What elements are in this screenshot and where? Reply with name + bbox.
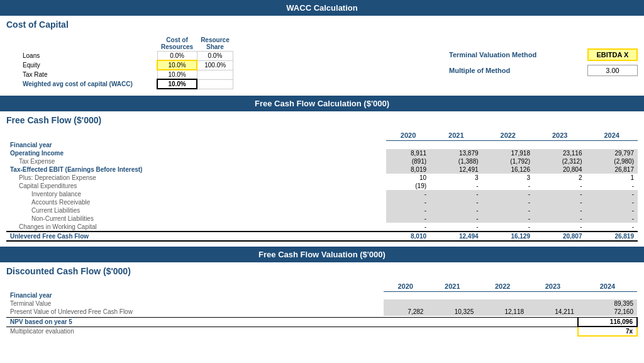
- wacc-table: Cost of Resources Resource Share Loans 0…: [19, 36, 233, 89]
- dcf-val-5-2: [477, 327, 528, 336]
- fcf-val-8-2: -: [482, 206, 534, 215]
- dcf-val-5-3: [528, 327, 578, 336]
- col-resource-share: Resource Share: [197, 36, 233, 52]
- dcf-val-2-0: 7,282: [384, 308, 427, 316]
- fcf-val-1-3: 23,116: [534, 149, 586, 157]
- fcf-val-11-0: 8,010: [386, 232, 430, 241]
- dcf-label-1: Terminal Value: [6, 299, 384, 308]
- fcf-val-11-1: 12,494: [430, 232, 482, 241]
- fcf-val-1-1: 13,879: [430, 149, 482, 157]
- dcf-table: 20202021202220232024 Financial yearTermi…: [6, 281, 638, 337]
- fcf-val-2-2: (1,792): [482, 157, 534, 165]
- fcf-val-10-3: -: [534, 223, 586, 232]
- fcf-year-2023: 2023: [534, 130, 586, 141]
- fcf-label-6: Inventory balance: [6, 190, 386, 198]
- dcf-val-0-2: [477, 291, 528, 299]
- fcf-val-5-0: (19): [386, 182, 430, 190]
- fcf-val-9-0: -: [386, 215, 430, 223]
- fcf-val-3-0: 8,019: [386, 165, 430, 174]
- fcf-val-2-3: (2,312): [534, 157, 586, 165]
- col-cost-resources: Cost of Resources: [157, 36, 197, 52]
- fcf-val-1-4: 29,797: [586, 149, 638, 157]
- wacc-header: WACC Calculation: [0, 0, 644, 16]
- dcf-val-1-4: 89,395: [578, 299, 637, 308]
- fcf-label-3: Tax-Effected EBIT (Earnings Before Inter…: [6, 165, 386, 174]
- fcf-val-7-1: -: [430, 198, 482, 206]
- fcf-val-8-1: -: [430, 206, 482, 215]
- dcf-val-4-1: [427, 318, 477, 327]
- fcf-val-7-3: -: [534, 198, 586, 206]
- fcf-val-1-2: 17,918: [482, 149, 534, 157]
- fcf-val-6-4: -: [586, 190, 638, 198]
- wacc-share-1: 100.0%: [197, 60, 233, 70]
- fcf-val-10-4: -: [586, 223, 638, 232]
- wacc-share-0: 0.0%: [197, 52, 233, 61]
- fcf-val-4-2: 3: [482, 174, 534, 182]
- dcf-year-2022: 2022: [477, 281, 528, 292]
- dcf-label-0: Financial year: [6, 291, 384, 299]
- fcf-val-9-4: -: [586, 215, 638, 223]
- dcf-val-5-4: 7x: [578, 327, 637, 336]
- fcf-val-4-0: 10: [386, 174, 430, 182]
- fcf-val-5-1: -: [430, 182, 482, 190]
- dcf-year-2024: 2024: [578, 281, 637, 292]
- dcf-val-4-0: [384, 318, 427, 327]
- dcf-val-5-0: [384, 327, 427, 336]
- dcf-val-2-2: 12,118: [477, 308, 528, 316]
- fcf-label-1: Operating Income: [6, 149, 386, 157]
- dcf-year-2021: 2021: [427, 281, 477, 292]
- fcf-val-0-1: [430, 141, 482, 149]
- wacc-cost-0: 0.0%: [157, 52, 197, 61]
- fcf-label-5: Capital Expenditures: [6, 182, 386, 190]
- fcf-label-11: Unlevered Free Cash Flow: [6, 232, 386, 241]
- dcf-val-0-1: [427, 291, 477, 299]
- dcf-val-4-3: [528, 318, 578, 327]
- dcf-val-4-4: 116,096: [578, 318, 637, 327]
- fcf-content: 20202021202220232024 Financial yearOpera…: [0, 128, 644, 247]
- fcf-val-3-1: 12,491: [430, 165, 482, 174]
- fcf-val-11-4: 26,819: [586, 232, 638, 241]
- fcf-val-4-3: 2: [534, 174, 586, 182]
- fcf-label-10: Changes in Working Capital: [6, 223, 386, 232]
- wacc-right: Terminal Valuation Method EBITDA X Multi…: [449, 48, 638, 76]
- dcf-header: Free Cash Flow Valuation ($'000): [0, 247, 644, 262]
- dcf-val-0-0: [384, 291, 427, 299]
- fcf-val-2-4: (2,980): [586, 157, 638, 165]
- wacc-share-2: [197, 70, 233, 79]
- dcf-year-2023: 2023: [528, 281, 578, 292]
- dcf-val-2-3: 14,211: [528, 308, 578, 316]
- fcf-val-3-2: 16,126: [482, 165, 534, 174]
- fcf-val-3-3: 20,804: [534, 165, 586, 174]
- fcf-val-8-0: -: [386, 206, 430, 215]
- dcf-label-4: NPV based on year 5: [6, 318, 384, 327]
- dcf-val-5-1: [427, 327, 477, 336]
- multiple-method-label: Multiple of Method: [449, 67, 575, 74]
- fcf-header: Free Cash Flow Calculation ($'000): [0, 96, 644, 111]
- fcf-section-title: Free Cash Flow ($'000): [0, 111, 644, 128]
- fcf-val-6-3: -: [534, 190, 586, 198]
- wacc-section-title: Cost of Capital: [0, 16, 644, 32]
- fcf-table: 20202021202220232024 Financial yearOpera…: [6, 130, 638, 242]
- fcf-val-7-2: -: [482, 198, 534, 206]
- terminal-value: EBITDA X: [587, 48, 638, 61]
- fcf-val-0-0: [386, 141, 430, 149]
- fcf-label-2: Tax Expense: [6, 157, 386, 165]
- dcf-val-1-3: [528, 299, 578, 308]
- dcf-val-0-3: [528, 291, 578, 299]
- dcf-val-1-1: [427, 299, 477, 308]
- fcf-val-11-3: 20,807: [534, 232, 586, 241]
- fcf-val-5-4: -: [586, 182, 638, 190]
- fcf-val-0-2: [482, 141, 534, 149]
- wacc-left: Cost of Resources Resource Share Loans 0…: [6, 36, 399, 89]
- fcf-year-2021: 2021: [430, 130, 482, 141]
- wacc-cost-2: 10.0%: [157, 70, 197, 79]
- multiple-method-row: Multiple of Method 3.00: [449, 65, 638, 76]
- fcf-label-7: Accounts Receivable: [6, 198, 386, 206]
- fcf-label-8: Current Liabilities: [6, 206, 386, 215]
- fcf-val-2-1: (1,388): [430, 157, 482, 165]
- wacc-content: Cost of Resources Resource Share Loans 0…: [0, 32, 644, 96]
- fcf-val-9-1: -: [430, 215, 482, 223]
- fcf-val-10-1: -: [430, 223, 482, 232]
- fcf-val-10-2: -: [482, 223, 534, 232]
- dcf-val-2-4: 72,160: [578, 308, 637, 316]
